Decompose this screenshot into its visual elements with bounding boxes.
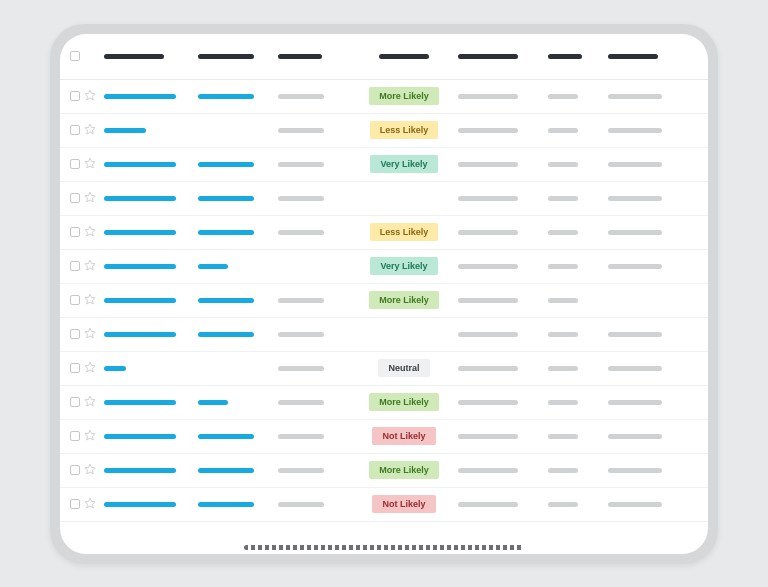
star-icon[interactable] <box>84 427 96 445</box>
primary-link[interactable] <box>104 434 176 439</box>
secondary-link[interactable] <box>198 94 254 99</box>
row-checkbox[interactable] <box>70 431 80 441</box>
secondary-link[interactable] <box>198 400 228 405</box>
primary-link[interactable] <box>104 468 176 473</box>
secondary-link[interactable] <box>198 162 254 167</box>
primary-link[interactable] <box>104 400 176 405</box>
table-row[interactable]: Neutral <box>60 352 708 386</box>
likelihood-badge: More Likely <box>369 461 439 479</box>
cell-value <box>608 162 662 167</box>
star-icon[interactable] <box>84 121 96 139</box>
column-header[interactable] <box>198 54 254 59</box>
primary-link[interactable] <box>104 196 176 201</box>
secondary-link[interactable] <box>198 434 254 439</box>
table-row[interactable]: Very Likely <box>60 148 708 182</box>
cell-value <box>278 468 324 473</box>
cell-value <box>278 230 324 235</box>
screen: More Likely Less Likely <box>60 34 708 554</box>
cell-value <box>548 502 578 507</box>
column-header[interactable] <box>379 54 429 59</box>
secondary-link[interactable] <box>198 468 254 473</box>
star-icon[interactable] <box>84 461 96 479</box>
cell-value <box>608 400 662 405</box>
primary-link[interactable] <box>104 366 126 371</box>
star-icon[interactable] <box>84 87 96 105</box>
table-row[interactable]: More Likely <box>60 386 708 420</box>
row-checkbox[interactable] <box>70 227 80 237</box>
primary-link[interactable] <box>104 332 176 337</box>
star-icon[interactable] <box>84 223 96 241</box>
star-icon[interactable] <box>84 257 96 275</box>
cell-value <box>548 298 578 303</box>
cell-value <box>548 468 578 473</box>
cell-value <box>458 230 518 235</box>
star-icon[interactable] <box>84 393 96 411</box>
primary-link[interactable] <box>104 298 176 303</box>
cell-value <box>278 400 324 405</box>
cell-value <box>608 128 662 133</box>
primary-link[interactable] <box>104 502 176 507</box>
table-row[interactable]: Less Likely <box>60 216 708 250</box>
svg-marker-10 <box>85 430 95 440</box>
row-checkbox[interactable] <box>70 125 80 135</box>
row-checkbox[interactable] <box>70 159 80 169</box>
star-icon[interactable] <box>84 359 96 377</box>
cell-value <box>278 162 324 167</box>
column-header[interactable] <box>458 54 518 59</box>
row-checkbox[interactable] <box>70 397 80 407</box>
primary-link[interactable] <box>104 230 176 235</box>
row-checkbox[interactable] <box>70 465 80 475</box>
cell-value <box>548 230 578 235</box>
star-icon[interactable] <box>84 325 96 343</box>
secondary-link[interactable] <box>198 332 254 337</box>
row-checkbox[interactable] <box>70 329 80 339</box>
row-checkbox[interactable] <box>70 261 80 271</box>
svg-marker-12 <box>85 498 95 508</box>
row-checkbox[interactable] <box>70 193 80 203</box>
svg-marker-7 <box>85 328 95 338</box>
select-all-checkbox[interactable] <box>70 51 80 61</box>
star-icon[interactable] <box>84 495 96 513</box>
secondary-link[interactable] <box>198 298 254 303</box>
cell-value <box>608 230 662 235</box>
cell-value <box>548 332 578 337</box>
secondary-link[interactable] <box>198 230 254 235</box>
table-row[interactable]: Very Likely <box>60 250 708 284</box>
column-header[interactable] <box>278 54 322 59</box>
primary-link[interactable] <box>104 128 146 133</box>
secondary-link[interactable] <box>198 502 254 507</box>
table-row[interactable]: More Likely <box>60 80 708 114</box>
column-header[interactable] <box>548 54 582 59</box>
table-row[interactable]: Not Likely <box>60 488 708 522</box>
star-icon[interactable] <box>84 155 96 173</box>
cell-value <box>278 128 324 133</box>
table-row[interactable] <box>60 182 708 216</box>
cell-value <box>278 298 324 303</box>
cell-value <box>548 128 578 133</box>
primary-link[interactable] <box>104 264 176 269</box>
likelihood-badge: Not Likely <box>372 427 435 445</box>
row-checkbox[interactable] <box>70 295 80 305</box>
star-icon[interactable] <box>84 189 96 207</box>
table-row[interactable]: Not Likely <box>60 420 708 454</box>
secondary-link[interactable] <box>198 196 254 201</box>
likelihood-badge: More Likely <box>369 393 439 411</box>
cell-value <box>458 332 518 337</box>
table-row[interactable] <box>60 318 708 352</box>
primary-link[interactable] <box>104 94 176 99</box>
star-icon[interactable] <box>84 291 96 309</box>
primary-link[interactable] <box>104 162 176 167</box>
row-checkbox[interactable] <box>70 91 80 101</box>
table-row[interactable]: More Likely <box>60 284 708 318</box>
likelihood-badge: Not Likely <box>372 495 435 513</box>
likelihood-badge: More Likely <box>369 291 439 309</box>
table-row[interactable]: More Likely <box>60 454 708 488</box>
table-row[interactable]: Less Likely <box>60 114 708 148</box>
secondary-link[interactable] <box>198 264 228 269</box>
column-header[interactable] <box>608 54 658 59</box>
svg-marker-5 <box>85 260 95 270</box>
cell-value <box>278 332 324 337</box>
row-checkbox[interactable] <box>70 499 80 509</box>
column-header[interactable] <box>104 54 164 59</box>
row-checkbox[interactable] <box>70 363 80 373</box>
